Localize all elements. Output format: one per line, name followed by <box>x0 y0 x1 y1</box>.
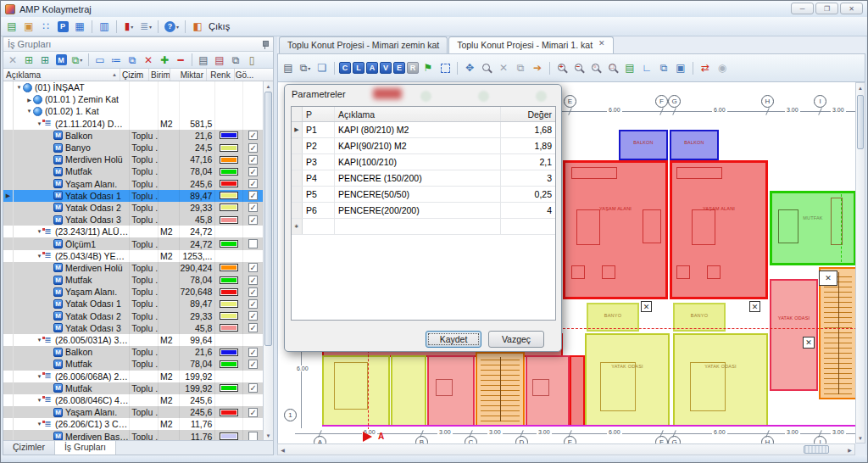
tree-row[interactable]: MMerdiven HolüToplu ...290,424✓ <box>3 262 263 274</box>
tree-row[interactable]: MYatak Odası 2Toplu ...29,33✓ <box>3 310 263 322</box>
column-header-ciz[interactable]: Çizim <box>120 69 149 81</box>
print-icon[interactable]: ▤ <box>196 53 211 68</box>
layers-icon[interactable]: ❏ <box>314 60 330 75</box>
visibility-checkbox[interactable]: ✓ <box>248 203 258 212</box>
tree-row[interactable]: ▼≣(21.11.2014) DÜZ ...M2581,5 <box>3 118 263 130</box>
tree-row[interactable]: MYaşam Alanı.Toplu ...245,6✓ <box>3 406 263 418</box>
tree-row[interactable]: MYatak Odası 2Toplu ...29,33✓ <box>3 202 263 214</box>
print-cancel-icon[interactable]: ▤ <box>212 53 227 68</box>
document-tab[interactable]: Toplu Konut Projesi - Mimari 1. kat✕ <box>448 36 613 53</box>
add-row-icon[interactable]: ✚ <box>157 53 172 68</box>
scrollbar-thumb[interactable] <box>804 445 829 454</box>
expand-icon[interactable]: ▶ <box>25 97 33 103</box>
color-swatch[interactable] <box>220 349 238 356</box>
scrollbar-thumb[interactable] <box>857 95 864 149</box>
visibility-checkbox[interactable]: ✓ <box>248 287 258 297</box>
close-button[interactable]: ✕ <box>840 3 863 14</box>
scroll-down-icon[interactable]: ▼ <box>856 433 865 443</box>
tree-row[interactable]: MMutfakToplu ...78,04✓ <box>3 358 263 370</box>
zoom-out-icon[interactable]: − <box>571 60 587 75</box>
sync-icon[interactable]: ⇄ <box>698 60 713 75</box>
color-swatch[interactable] <box>220 204 238 211</box>
mode-c-button[interactable]: C <box>339 62 351 74</box>
flag-icon[interactable]: ⚑ <box>420 60 436 75</box>
tree-row[interactable]: ▶MYatak Odası 1Toplu ...89,47✓ <box>3 190 263 202</box>
color-swatch[interactable] <box>220 264 238 271</box>
tree-row[interactable]: MYatak Odası 3Toplu ...45,8✓ <box>3 322 263 334</box>
tree-row[interactable]: ▼(01.02) 1. Kat <box>3 105 263 117</box>
panel-tab-igruplar[interactable]: İş Grupları <box>55 441 116 455</box>
column-header-mik[interactable]: Miktar <box>170 69 207 81</box>
room-bath-left[interactable]: BANYO <box>587 303 639 332</box>
param-row[interactable]: P3KAPI(100/210)2,1 <box>292 154 555 170</box>
drawing-hscrollbar[interactable]: ◀ ▶ <box>277 443 855 455</box>
clear-icon[interactable]: ✕ <box>5 53 20 68</box>
tree-row[interactable]: ▼≣(23.243/11) ALÜM...M224,72 <box>3 226 263 237</box>
tree-row[interactable]: MMutfakToplu ...78,04✓ <box>3 165 263 177</box>
preview-icon[interactable]: ◉ <box>715 60 730 75</box>
zoom-window-icon[interactable]: ▫ <box>588 60 604 75</box>
color-swatch[interactable] <box>220 384 238 392</box>
column-header-go[interactable]: Gö... <box>235 69 254 81</box>
tree-row[interactable]: MYaşam Alanı.Toplu ...245,6✓ <box>3 178 263 190</box>
color-swatch[interactable] <box>220 180 238 187</box>
scroll-up-icon[interactable]: ▲ <box>264 81 273 91</box>
zoom-in-icon[interactable]: + <box>554 60 570 75</box>
collapse-icon[interactable]: ▼ <box>25 109 33 114</box>
scroll-up-icon[interactable]: ▲ <box>856 83 865 92</box>
paste-icon[interactable]: ▯ <box>244 53 259 68</box>
copy-plus-icon[interactable]: ⧉ <box>656 60 671 75</box>
color-swatch[interactable] <box>220 360 238 368</box>
scroll-right-icon[interactable]: ▶ <box>845 444 854 455</box>
mode-e-button[interactable]: E <box>393 62 405 74</box>
color-swatch[interactable] <box>220 432 238 440</box>
window-list-icon[interactable]: ▥ <box>97 19 112 34</box>
column-header-bir[interactable]: Birim <box>149 69 170 81</box>
mode-l-button[interactable]: L <box>353 62 364 74</box>
close-tab-icon[interactable]: ✕ <box>598 39 605 47</box>
tree-row[interactable]: ▼≣(26.006/068A) 20...M2199,92 <box>3 371 263 382</box>
visibility-checkbox[interactable]: ✓ <box>248 167 258 176</box>
color-swatch[interactable] <box>220 300 238 308</box>
panel-tab-izimler[interactable]: Çizimler <box>3 441 55 455</box>
tree-row[interactable]: MMutfakToplu ...78,04✓ <box>3 274 263 286</box>
color-swatch[interactable] <box>220 192 238 199</box>
fit-window-icon[interactable]: ▣ <box>673 60 688 75</box>
add-group-icon[interactable]: ⊞ <box>21 53 36 68</box>
color-swatch[interactable] <box>220 168 238 176</box>
tree-row[interactable]: MBalkonToplu ...21,6✓ <box>3 346 263 358</box>
visibility-checkbox[interactable]: ✓ <box>248 215 258 225</box>
tree-row[interactable]: MYatak Odası 1Toplu ...89,47✓ <box>3 298 263 310</box>
color-swatch[interactable] <box>220 216 238 224</box>
tree-row[interactable]: MMerdiven Basa...Toplu ...11,76 <box>3 430 263 440</box>
zoom-drag-icon[interactable] <box>479 60 494 75</box>
room-bedroom-left-b[interactable] <box>391 355 426 427</box>
pan-icon[interactable]: ✥ <box>462 60 477 75</box>
param-new-row[interactable]: ∗ <box>292 219 555 235</box>
tree-row[interactable]: MBanyoToplu ...24,5✓ <box>3 142 263 153</box>
tree-row[interactable]: MMutfakToplu ...199,92✓ <box>3 382 263 394</box>
room-stair-hall-right[interactable] <box>819 267 855 399</box>
color-swatch[interactable] <box>220 240 238 248</box>
visibility-checkbox[interactable]: ✓ <box>248 348 258 357</box>
exit-icon[interactable]: ◧ <box>190 19 205 34</box>
pin-icon[interactable] <box>261 40 269 49</box>
tree-row[interactable]: ▼≣(25.043/4B) YENİ ...M21253,... <box>3 250 263 262</box>
properties-icon[interactable]: ▭ <box>92 53 108 68</box>
add-subgroup-icon[interactable]: ⊞ <box>37 53 53 68</box>
visibility-checkbox[interactable]: ✓ <box>248 179 258 188</box>
tree-row[interactable]: MÖlçüm1Toplu ...24,72 <box>3 237 263 249</box>
save-button[interactable]: Kaydet <box>426 331 481 348</box>
visibility-checkbox[interactable]: ✓ <box>248 323 258 332</box>
add-measurement-icon[interactable]: M <box>53 53 69 68</box>
room-stairs-left[interactable] <box>476 352 525 427</box>
color-swatch[interactable] <box>220 156 238 164</box>
visibility-checkbox[interactable]: ✓ <box>248 360 258 369</box>
delete-measure-icon[interactable]: ✕ <box>496 60 511 75</box>
summary-table-icon[interactable]: ▦ <box>72 19 87 34</box>
visibility-checkbox[interactable]: ✓ <box>248 311 258 321</box>
zoom-extents-icon[interactable]: □ <box>605 60 620 75</box>
param-row[interactable]: P6PENCERE(200/200)4 <box>292 203 555 219</box>
mode-r-button[interactable]: R <box>407 62 419 74</box>
room-bedroom-pink-right[interactable]: YATAK ODASI <box>770 279 818 391</box>
